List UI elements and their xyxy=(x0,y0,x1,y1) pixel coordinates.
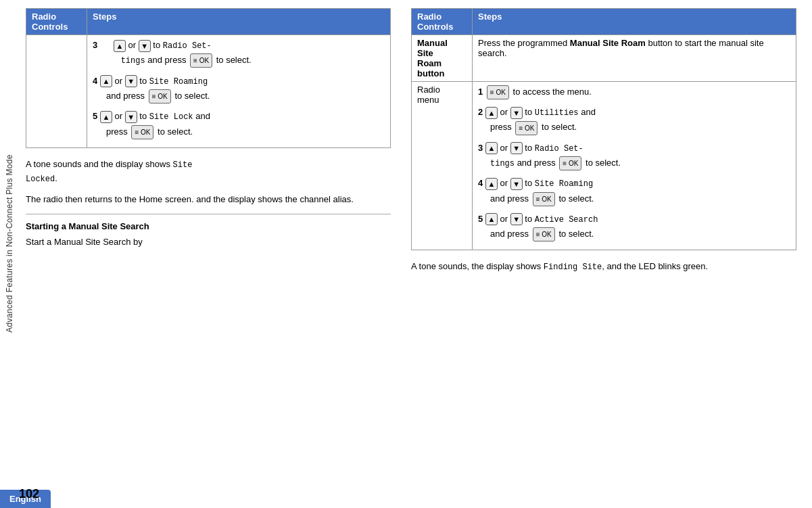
left-steps-cell: 3 ▲ or ▼ to Radio Set- tings and press ≡… xyxy=(87,35,391,148)
left-body-text-1: A tone sounds and the display shows Site… xyxy=(26,158,391,186)
arrow-down-icon: ▼ xyxy=(510,178,523,190)
step-3-to: to Radio Set- xyxy=(525,143,583,153)
step-3: 3 ▲ or ▼ to Radio Set- tings and press ≡… xyxy=(478,141,790,171)
step-5-num: 5 xyxy=(478,214,483,224)
table-row: 3 ▲ or ▼ to Radio Set- tings and press ≡… xyxy=(26,35,391,148)
left-table-header: RadioControls Steps xyxy=(26,9,391,35)
or-text: or xyxy=(500,107,510,117)
right-header-steps: Steps xyxy=(473,9,796,35)
ok-button-icon: ≡ OK xyxy=(190,53,212,68)
step-3-num: 3 xyxy=(93,40,97,50)
step-5-to: to Site Lock and xyxy=(139,111,210,121)
or-text: or xyxy=(500,143,510,153)
step-4-to: to Site Roaming xyxy=(525,178,593,188)
left-table: RadioControls Steps 3 ▲ or ▼ xyxy=(26,8,391,148)
left-body-text-3: Start a Manual Site Search by xyxy=(26,235,391,250)
left-radio-control-cell xyxy=(26,35,87,148)
step-3-cont: tings and press ≡ OK to select. xyxy=(478,158,621,168)
right-column: RadioControls Steps ManualSiteRoambutton… xyxy=(404,0,810,508)
or-text: or xyxy=(128,40,138,50)
step-1-text: to access the menu. xyxy=(513,87,592,97)
arrow-up-icon: ▲ xyxy=(100,75,112,87)
left-section-heading: Starting a Manual Site Search xyxy=(26,221,391,231)
or-text: or xyxy=(500,214,510,224)
arrow-up-icon: ▲ xyxy=(485,213,498,225)
right-header-radio: RadioControls xyxy=(412,9,473,35)
manual-site-roam-steps-cell: Press the programmed Manual Site Roam bu… xyxy=(473,35,796,82)
arrow-up-icon: ▲ xyxy=(114,40,126,52)
ok-button-icon: ≡ OK xyxy=(149,89,171,103)
arrow-down-icon: ▼ xyxy=(510,213,523,225)
left-header-steps: Steps xyxy=(87,9,391,35)
step-2-cont: press ≡ OK to select. xyxy=(478,122,577,132)
arrow-up-icon: ▲ xyxy=(485,107,498,119)
step-2: 2 ▲ or ▼ to Utilities and press ≡ OK to … xyxy=(478,105,790,135)
right-body-text: A tone sounds, the display shows Finding… xyxy=(411,260,796,274)
ok-button-icon: ≡ OK xyxy=(533,227,555,241)
arrow-down-icon: ▼ xyxy=(510,107,523,119)
step-3-cont: tings and press ≡ OK to select. xyxy=(93,55,252,65)
radio-menu-steps-cell: 1 ≡ OK to access the menu. 2 ▲ or ▼ to U… xyxy=(473,82,796,250)
manual-site-roam-label: ManualSiteRoambutton xyxy=(417,38,448,78)
step-4-to: to Site Roaming xyxy=(139,76,208,86)
manual-site-roam-label-cell: ManualSiteRoambutton xyxy=(412,35,473,82)
step-3-content: ▲ or ▼ to Radio Set- xyxy=(100,40,212,50)
ok-button-icon: ≡ OK xyxy=(533,192,555,206)
step-1: 1 ≡ OK to access the menu. xyxy=(478,85,790,99)
step-5-content: ▲ or ▼ to Site Lock and xyxy=(100,111,210,121)
step-4: 4 ▲ or ▼ to Site Roaming and press ≡ OK … xyxy=(93,74,385,103)
sidebar: Advanced Features in Non-Connect Plus Mo… xyxy=(0,0,19,487)
page-number: 102 xyxy=(19,487,39,501)
right-table: RadioControls Steps ManualSiteRoambutton… xyxy=(411,8,796,250)
step-2-to: to Utilities and xyxy=(525,107,596,117)
ok-button-icon: ≡ OK xyxy=(131,125,153,139)
step-5: 5 ▲ or ▼ to Active Search and press ≡ OK… xyxy=(478,212,790,241)
arrow-up-icon: ▲ xyxy=(485,142,498,154)
step-3-num: 3 xyxy=(478,143,483,153)
step-4-num: 4 xyxy=(93,76,97,86)
table-row: Radiomenu 1 ≡ OK to access the menu. 2 ▲ xyxy=(412,82,796,250)
arrow-up-icon: ▲ xyxy=(100,111,112,123)
step-5-cont: press ≡ OK to select. xyxy=(93,126,193,137)
step-2-num: 2 xyxy=(478,107,483,117)
bottom-bar: English 102 xyxy=(0,478,812,508)
step-5-num: 5 xyxy=(93,111,97,121)
right-table-header: RadioControls Steps xyxy=(412,9,796,35)
arrow-up-icon: ▲ xyxy=(485,178,498,190)
left-body-text-2: The radio then returns to the Home scree… xyxy=(26,193,391,207)
manual-site-roam-desc: Press the programmed Manual Site Roam bu… xyxy=(478,38,790,58)
step-5-cont: and press ≡ OK to select. xyxy=(478,229,594,239)
columns-layout: RadioControls Steps 3 ▲ or ▼ xyxy=(19,0,812,508)
step-4-num: 4 xyxy=(478,178,483,188)
arrow-down-icon: ▼ xyxy=(125,75,137,87)
step-3-to: to Radio Set- xyxy=(153,40,211,50)
step-4: 4 ▲ or ▼ to Site Roaming and press ≡ OK … xyxy=(478,176,790,206)
main-content: RadioControls Steps 3 ▲ or ▼ xyxy=(19,0,812,508)
step-4-cont: and press ≡ OK to select. xyxy=(93,91,210,101)
or-text: or xyxy=(500,178,510,188)
step-4-cont: and press ≡ OK to select. xyxy=(478,193,594,204)
ok-button-icon: ≡ OK xyxy=(515,121,538,135)
table-row: ManualSiteRoambutton Press the programme… xyxy=(412,35,796,82)
step-5-to: to Active Search xyxy=(525,214,598,224)
left-header-radio: RadioControls xyxy=(26,9,87,35)
divider xyxy=(26,214,391,214)
arrow-down-icon: ▼ xyxy=(125,111,137,123)
radio-menu-label: Radiomenu xyxy=(417,85,440,105)
step-4-content: ▲ or ▼ to Site Roaming xyxy=(100,76,208,86)
step-3: 3 ▲ or ▼ to Radio Set- tings and press ≡… xyxy=(93,38,385,68)
arrow-down-icon: ▼ xyxy=(510,142,523,154)
ok-button-icon: ≡ OK xyxy=(559,156,581,170)
arrow-down-icon: ▼ xyxy=(139,40,151,52)
sidebar-label: Advanced Features in Non-Connect Plus Mo… xyxy=(5,154,14,332)
or-text: or xyxy=(114,76,124,86)
ok-button-icon: ≡ OK xyxy=(487,85,509,99)
step-5: 5 ▲ or ▼ to Site Lock and press ≡ OK to … xyxy=(93,109,385,139)
radio-menu-label-cell: Radiomenu xyxy=(412,82,473,250)
or-text: or xyxy=(114,111,124,121)
left-column: RadioControls Steps 3 ▲ or ▼ xyxy=(19,0,404,508)
step-1-num: 1 xyxy=(478,87,483,97)
